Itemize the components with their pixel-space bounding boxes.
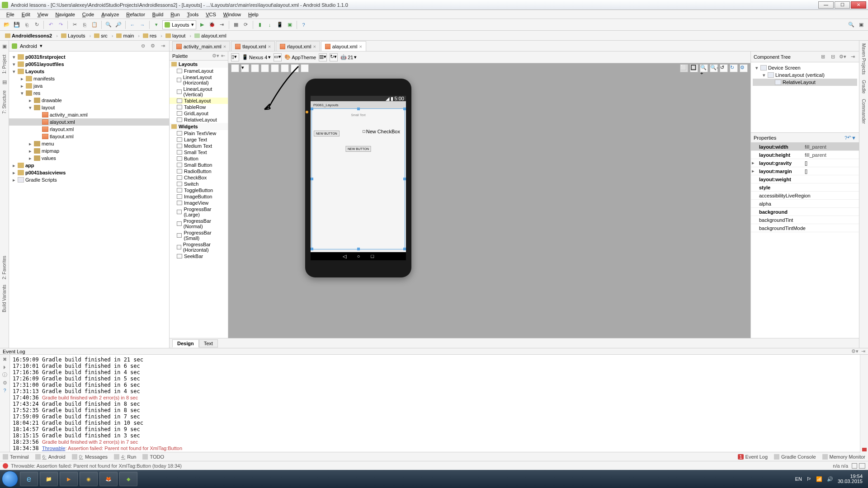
small-text-widget[interactable]: Small Text bbox=[351, 113, 365, 117]
menu-edit[interactable]: Edit bbox=[18, 11, 34, 18]
hector-icon[interactable] bbox=[859, 463, 865, 469]
palette-group[interactable]: Widgets bbox=[170, 123, 228, 130]
sync-gradle-icon[interactable]: ⟳ bbox=[242, 21, 250, 29]
menu-refactor[interactable]: Refactor bbox=[123, 11, 149, 18]
info-icon[interactable]: ⓘ bbox=[2, 371, 7, 378]
palette-item[interactable]: ProgressBar (Large) bbox=[170, 206, 228, 218]
palette-item[interactable]: TableRow bbox=[170, 104, 228, 110]
menu-tools[interactable]: Tools bbox=[184, 11, 203, 18]
gear-icon[interactable]: ⚙▾ bbox=[212, 53, 219, 59]
dist-h-icon[interactable] bbox=[291, 64, 299, 72]
event-log-text[interactable]: 16:59:09 Gradle build finished in 21 sec… bbox=[10, 355, 860, 453]
palette-item[interactable]: SeekBar bbox=[170, 253, 228, 259]
editor-tab[interactable]: alayout.xml× bbox=[321, 41, 366, 51]
columns-icon[interactable]: ▾ bbox=[241, 64, 249, 72]
tree-row[interactable]: ▸Gradle Scripts bbox=[9, 176, 169, 183]
breadcrumb-item[interactable]: Androidlessons2 bbox=[3, 32, 54, 39]
refresh-icon[interactable]: ↻ bbox=[730, 64, 738, 72]
palette-item[interactable]: ProgressBar (Small) bbox=[170, 230, 228, 241]
property-row[interactable]: alpha bbox=[751, 200, 859, 208]
clear-icon[interactable]: ✖ bbox=[3, 357, 7, 362]
palette-item[interactable]: GridLayout bbox=[170, 110, 228, 117]
property-row[interactable]: ▸layout:margin[] bbox=[751, 167, 859, 175]
help-icon[interactable]: ? bbox=[300, 21, 308, 29]
tree-row[interactable]: ▸drawable bbox=[9, 97, 169, 104]
property-row[interactable]: layout:heightfill_parent bbox=[751, 151, 859, 159]
monitor-icon[interactable]: ▣ bbox=[286, 21, 294, 29]
search-everywhere-icon[interactable]: 🔍 bbox=[847, 21, 855, 29]
bottom-tab[interactable]: Memory Monitor bbox=[822, 454, 865, 460]
stop-icon[interactable]: ▦ bbox=[232, 21, 240, 29]
start-button[interactable] bbox=[2, 471, 18, 487]
gear-icon[interactable]: ⚙▾ bbox=[851, 348, 859, 354]
palette-item[interactable]: Medium Text bbox=[170, 143, 228, 149]
menu-code[interactable]: Code bbox=[79, 11, 98, 18]
cut-icon[interactable]: ✂ bbox=[71, 21, 79, 29]
align-l-icon[interactable] bbox=[251, 64, 259, 72]
palette-item[interactable]: Plain TextView bbox=[170, 130, 228, 136]
palette-item[interactable]: LinearLayout (Horizontal) bbox=[170, 74, 228, 86]
bottom-tab[interactable]: 6: Android bbox=[35, 454, 66, 460]
menu-build[interactable]: Build bbox=[149, 11, 167, 18]
palette-item[interactable]: TableLayout bbox=[170, 98, 228, 104]
explorer-icon[interactable]: 📁 bbox=[40, 472, 58, 486]
theme-combo[interactable]: 🎨AppTheme bbox=[284, 54, 316, 60]
tree-row[interactable]: ▾res bbox=[9, 89, 169, 97]
new-checkbox[interactable]: New CheckBox bbox=[363, 129, 400, 134]
tree-row[interactable]: ▸menu bbox=[9, 140, 169, 147]
menu-vcs[interactable]: VCS bbox=[202, 11, 220, 18]
palette-item[interactable]: Large Text bbox=[170, 136, 228, 143]
hide-icon[interactable]: ⇥ bbox=[849, 53, 856, 61]
property-row[interactable]: accessibilityLiveRegion bbox=[751, 192, 859, 200]
menu-file[interactable]: File bbox=[3, 11, 18, 18]
undo-icon[interactable]: ↶ bbox=[47, 21, 55, 29]
component-tree-row[interactable]: ▾Device Screen bbox=[753, 64, 857, 71]
align-t-icon[interactable] bbox=[271, 64, 279, 72]
tray-volume-icon[interactable]: 🔊 bbox=[827, 476, 833, 482]
bottom-tab[interactable]: Terminal bbox=[3, 454, 29, 460]
settings-icon[interactable]: ⚙ bbox=[740, 64, 748, 72]
collapse-icon[interactable]: ⊟ bbox=[829, 53, 836, 61]
bottom-tab[interactable]: 4: Run bbox=[114, 454, 136, 460]
android-studio-icon[interactable]: ◆ bbox=[119, 472, 137, 486]
tree-row[interactable]: ▸mipmap bbox=[9, 147, 169, 155]
maven-tab[interactable]: Maven Projects bbox=[861, 43, 866, 75]
tree-row[interactable]: ▾p0051layoutfiles bbox=[9, 61, 169, 68]
bottom-tab[interactable]: 0: Messages bbox=[72, 454, 108, 460]
palette-item[interactable]: RadioButton bbox=[170, 168, 228, 174]
filter-icon[interactable]: ⏵ bbox=[2, 364, 7, 370]
property-row[interactable]: ▸layout:gravity[] bbox=[751, 159, 859, 167]
project-tab-icon[interactable]: ▣ bbox=[2, 43, 7, 49]
attach-icon[interactable]: ⇥ bbox=[218, 21, 226, 29]
tree-row[interactable]: ▸p0041basicviews bbox=[9, 169, 169, 176]
build-variants-tab[interactable]: Build Variants bbox=[2, 285, 7, 312]
bottom-tab[interactable]: 1 Event Log bbox=[738, 454, 768, 460]
project-tree[interactable]: ▾p0031firstproject▾p0051layoutfiles▾Layo… bbox=[9, 52, 169, 348]
debug-icon[interactable]: 🐞 bbox=[208, 21, 216, 29]
firefox-icon[interactable]: 🦊 bbox=[99, 472, 118, 486]
zoom-in-icon[interactable]: 🔍+ bbox=[700, 64, 708, 72]
project-tab-label[interactable]: 1: Project bbox=[2, 55, 7, 74]
new-button-1[interactable]: NEW BUTTON bbox=[314, 131, 340, 136]
breadcrumb-item[interactable]: alayout.xml bbox=[192, 32, 229, 39]
palette-item[interactable]: ProgressBar (Normal) bbox=[170, 218, 228, 230]
find-icon[interactable]: 🔍 bbox=[104, 21, 113, 29]
collapse-icon[interactable]: ⊖ bbox=[139, 42, 146, 50]
properties-table[interactable]: layout:widthfill_parentlayout:heightfill… bbox=[751, 143, 859, 338]
tree-row[interactable]: ▸manifests bbox=[9, 75, 169, 82]
ddms-icon[interactable]: 📱 bbox=[276, 21, 284, 29]
tray-flag-icon[interactable]: 🏳 bbox=[807, 476, 811, 482]
palette-item[interactable]: RelativeLayout bbox=[170, 117, 228, 123]
zoom-actual-icon[interactable]: 🔲 bbox=[690, 64, 698, 72]
component-tree-row[interactable]: RelativeLayout bbox=[753, 79, 857, 86]
ie-icon[interactable]: e bbox=[20, 472, 38, 486]
hide-icon[interactable]: ⇥ bbox=[159, 42, 166, 50]
align-b-icon[interactable] bbox=[281, 64, 289, 72]
editor-tab[interactable]: activity_main.xml× bbox=[172, 41, 230, 51]
close-button[interactable]: ✕ bbox=[851, 1, 866, 9]
menu-navigate[interactable]: Navigate bbox=[52, 11, 78, 18]
component-tree[interactable]: ▾Device Screen▾LinearLayout (vertical)Re… bbox=[751, 62, 859, 132]
structure-tab-icon[interactable]: ▤ bbox=[2, 79, 7, 85]
maximize-button[interactable]: ☐ bbox=[835, 1, 850, 9]
close-tab-icon[interactable]: × bbox=[223, 44, 226, 49]
